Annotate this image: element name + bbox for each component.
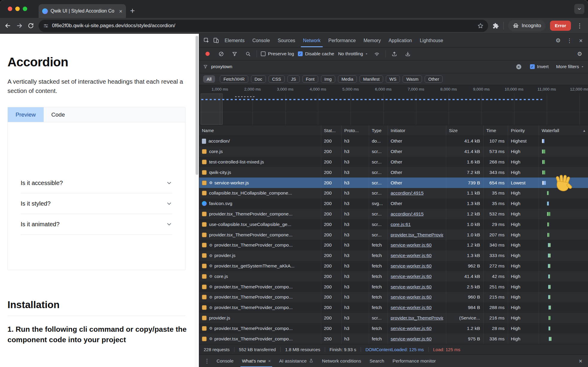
filter-chip-all[interactable]: All bbox=[203, 75, 215, 83]
devtools-tab-lighthouse[interactable]: Lighthouse bbox=[416, 34, 447, 47]
accordion-item-trigger[interactable]: Is it animated? bbox=[21, 214, 172, 235]
maximize-window-button[interactable] bbox=[23, 7, 27, 11]
timeline-selection[interactable] bbox=[201, 94, 223, 125]
drawer-tab-ai-assistance[interactable]: AI assistance bbox=[275, 355, 318, 367]
drawer-tab-search[interactable]: Search bbox=[365, 355, 388, 367]
error-profile-button[interactable]: Error bbox=[550, 21, 571, 31]
initiator-link[interactable]: provider.tsx_ThemeProvider_com... bbox=[391, 232, 443, 238]
network-request-row[interactable]: provider.js200h3scr...provider.tsx_Theme… bbox=[199, 313, 588, 323]
bookmark-star-icon[interactable] bbox=[477, 23, 484, 29]
initiator-link[interactable]: service-worker.js:60 bbox=[391, 253, 432, 258]
devtools-close-icon[interactable]: × bbox=[576, 36, 586, 45]
initiator-link[interactable]: service-worker.js:60 bbox=[391, 326, 432, 331]
minimize-window-button[interactable] bbox=[15, 7, 20, 11]
filter-chip-manifest[interactable]: Manifest bbox=[359, 75, 383, 83]
tab-code[interactable]: Code bbox=[44, 107, 73, 122]
initiator-link[interactable]: core.js:61 bbox=[391, 222, 411, 227]
column-header-proto[interactable]: Proto... bbox=[342, 125, 369, 136]
column-header-name[interactable]: Name bbox=[199, 125, 321, 136]
new-tab-button[interactable]: + bbox=[130, 7, 135, 15]
network-request-row[interactable]: ⚙provider.tsx_ThemeProvider_compo...200h… bbox=[199, 240, 588, 250]
tab-close-icon[interactable]: × bbox=[119, 8, 122, 14]
checkbox-checked[interactable]: ✓ bbox=[530, 64, 535, 69]
more-filters-dropdown[interactable]: More filters bbox=[556, 64, 584, 69]
close-window-button[interactable] bbox=[8, 7, 12, 11]
network-request-row[interactable]: ⚙provider.tsx_ThemeProvider_compo...200h… bbox=[199, 334, 588, 344]
network-request-row[interactable]: ⚙provider.tsx_ThemeProvider_compo...200h… bbox=[199, 282, 588, 292]
devtools-tab-elements[interactable]: Elements bbox=[221, 34, 249, 47]
drawer-more-kebab-icon[interactable]: ⋮ bbox=[202, 358, 212, 364]
network-request-row[interactable]: accordion/200h3do...Other41.4 kB107 msHi… bbox=[199, 136, 588, 146]
forward-button[interactable] bbox=[16, 22, 23, 29]
network-request-row[interactable]: ⚙core.js200h3fetchservice-worker.js:6041… bbox=[199, 271, 588, 282]
checkbox-unchecked[interactable] bbox=[261, 51, 266, 56]
column-header-priority[interactable]: Priority bbox=[508, 125, 539, 136]
filter-chip-ws[interactable]: WS bbox=[386, 75, 400, 83]
preserve-log-checkbox[interactable]: Preserve log bbox=[261, 51, 294, 56]
address-bar[interactable]: 0f6e2f0b.qwik-ui-site.pages.dev/docs/sty… bbox=[39, 20, 488, 32]
drawer-tab-console[interactable]: Console bbox=[212, 355, 238, 367]
network-settings-gear-icon[interactable]: ⚙ bbox=[575, 49, 584, 59]
devtools-tab-performance[interactable]: Performance bbox=[325, 34, 360, 47]
drawer-tab-what-s-new[interactable]: What's new× bbox=[238, 355, 275, 367]
site-settings-icon[interactable] bbox=[43, 23, 49, 29]
column-header-initiator[interactable]: Initiator bbox=[388, 125, 446, 136]
drawer-close-icon[interactable]: × bbox=[575, 358, 586, 364]
column-header-size[interactable]: Size bbox=[446, 125, 484, 136]
filter-chip-fetch-xhr[interactable]: Fetch/XHR bbox=[220, 75, 248, 83]
initiator-link[interactable]: service-worker.js:60 bbox=[391, 284, 432, 290]
network-request-row[interactable]: use-collapsible.tsx_useCollapsible_ge...… bbox=[199, 219, 588, 230]
network-conditions-icon[interactable] bbox=[372, 49, 382, 59]
record-network-log-button[interactable] bbox=[203, 49, 212, 59]
clear-network-log-icon[interactable] bbox=[216, 49, 226, 59]
initiator-link[interactable]: service-worker.js:60 bbox=[391, 294, 432, 300]
device-toolbar-icon[interactable] bbox=[211, 36, 221, 45]
network-request-row[interactable]: ⚙provider.tsx_ThemeProvider_compo...200h… bbox=[199, 323, 588, 334]
page-scrollbar[interactable] bbox=[195, 34, 199, 367]
network-request-row[interactable]: qwik-city.js200h3scr...Other7.2 kB343 ms… bbox=[199, 167, 588, 178]
network-request-row[interactable]: test-controlled-list-mixed.js200h3scr...… bbox=[199, 157, 588, 167]
column-header-time[interactable]: Time bbox=[484, 125, 508, 136]
filter-chip-css[interactable]: CSS bbox=[269, 75, 285, 83]
column-header-stat[interactable]: Stat... bbox=[321, 125, 342, 136]
devtools-tab-sources[interactable]: Sources bbox=[274, 34, 299, 47]
initiator-link[interactable]: service-worker.js:60 bbox=[391, 305, 432, 310]
network-request-row[interactable]: favicon.svg200h3svg...Other1.3 kB35 msHi… bbox=[199, 198, 588, 209]
devtools-settings-gear-icon[interactable]: ⚙ bbox=[553, 36, 563, 45]
import-har-icon[interactable] bbox=[390, 49, 399, 59]
network-request-row[interactable]: collapsible.tsx_HCollapsible_compone...2… bbox=[199, 188, 588, 198]
filter-toggle-icon[interactable] bbox=[230, 49, 239, 59]
devtools-menu-kebab-icon[interactable]: ⋮ bbox=[565, 36, 574, 45]
network-request-row[interactable]: provider.tsx_ThemeProvider_compone...200… bbox=[199, 209, 588, 219]
reload-button[interactable] bbox=[28, 22, 34, 29]
clear-filter-icon[interactable]: × bbox=[516, 64, 521, 69]
accordion-item-trigger[interactable]: Is it accessible? bbox=[21, 173, 172, 193]
initiator-link[interactable]: accordion/:4915 bbox=[391, 211, 424, 217]
network-request-row[interactable]: ⚙service-worker.js200h3scr...Other739 B6… bbox=[199, 178, 588, 188]
network-request-row[interactable]: ⚙provider.tsx_getSystemTheme_aKkA...200h… bbox=[199, 261, 588, 271]
browser-tab[interactable]: Qwik UI | Styled Accordion Co × bbox=[39, 4, 126, 18]
drawer-tab-close-icon[interactable]: × bbox=[268, 359, 271, 363]
inspect-element-icon[interactable] bbox=[202, 36, 211, 45]
devtools-tab-application[interactable]: Application bbox=[385, 34, 416, 47]
devtools-tab-network[interactable]: Network bbox=[299, 34, 325, 47]
search-network-icon[interactable] bbox=[243, 49, 253, 59]
tab-search-button[interactable] bbox=[574, 4, 584, 14]
network-request-row[interactable]: core.js200h3scr...Other41.4 kB573 msHigh bbox=[199, 146, 588, 157]
back-button[interactable] bbox=[4, 22, 11, 29]
filter-chip-img[interactable]: Img bbox=[321, 75, 335, 83]
initiator-link[interactable]: accordion/:4915 bbox=[391, 190, 424, 196]
invert-filter-checkbox[interactable]: ✓ Invert bbox=[530, 64, 549, 69]
filter-chip-font[interactable]: Font bbox=[302, 75, 318, 83]
initiator-link[interactable]: service-worker.js:60 bbox=[391, 242, 432, 248]
extensions-icon[interactable] bbox=[493, 23, 499, 29]
filter-chip-doc[interactable]: Doc bbox=[251, 75, 266, 83]
throttling-select[interactable]: No throttling bbox=[338, 51, 368, 56]
column-header-waterfall[interactable]: Waterfall▲ bbox=[539, 125, 588, 136]
column-header-type[interactable]: Type bbox=[369, 125, 388, 136]
initiator-link[interactable]: service-worker.js:60 bbox=[391, 274, 432, 279]
initiator-link[interactable]: service-worker.js:60 bbox=[391, 263, 432, 269]
checkbox-checked[interactable]: ✓ bbox=[298, 51, 303, 56]
devtools-tab-memory[interactable]: Memory bbox=[359, 34, 385, 47]
filter-chip-media[interactable]: Media bbox=[338, 75, 357, 83]
